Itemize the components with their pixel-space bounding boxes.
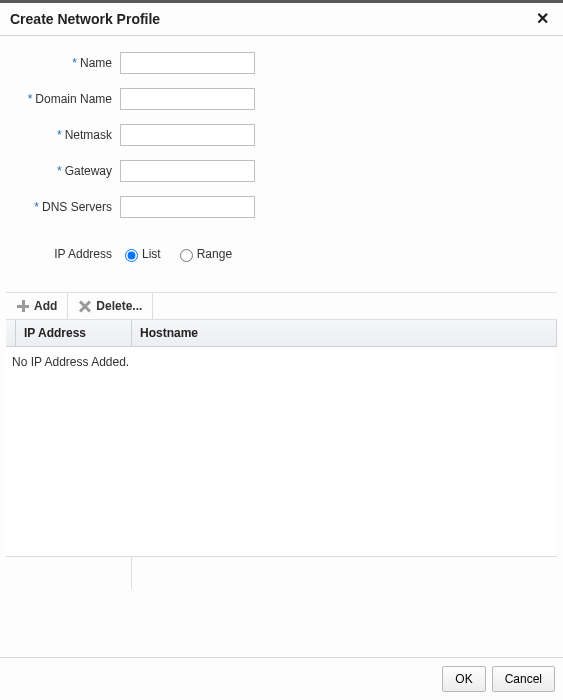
col-ip-address[interactable]: IP Address bbox=[16, 320, 132, 346]
label-dns: *DNS Servers bbox=[10, 200, 120, 214]
row-netmask: *Netmask bbox=[10, 124, 553, 146]
dialog-title: Create Network Profile bbox=[10, 11, 160, 27]
label-name: *Name bbox=[10, 56, 120, 70]
plus-icon bbox=[16, 299, 30, 313]
name-field[interactable] bbox=[120, 52, 255, 74]
label-domain: *Domain Name bbox=[10, 92, 120, 106]
col-handle bbox=[6, 320, 16, 346]
label-netmask: *Netmask bbox=[10, 128, 120, 142]
radio-list-input[interactable] bbox=[125, 249, 138, 262]
radio-range-input[interactable] bbox=[180, 249, 193, 262]
add-button[interactable]: Add bbox=[6, 293, 68, 319]
grid-empty-message: No IP Address Added. bbox=[12, 355, 129, 369]
domain-name-field[interactable] bbox=[120, 88, 255, 110]
cancel-button[interactable]: Cancel bbox=[492, 666, 555, 692]
footer-slot bbox=[6, 557, 132, 589]
gateway-field[interactable] bbox=[120, 160, 255, 182]
titlebar: Create Network Profile ✕ bbox=[0, 3, 563, 36]
form-area: *Name *Domain Name *Netmask *Gateway *DN… bbox=[0, 36, 563, 278]
row-name: *Name bbox=[10, 52, 553, 74]
row-gateway: *Gateway bbox=[10, 160, 553, 182]
grid-footer bbox=[6, 557, 557, 589]
radio-range[interactable]: Range bbox=[175, 246, 232, 262]
label-gateway: *Gateway bbox=[10, 164, 120, 178]
row-ip-mode: IP Address List Range bbox=[10, 246, 553, 262]
grid-header: IP Address Hostname bbox=[6, 320, 557, 347]
button-bar: OK Cancel bbox=[0, 657, 563, 700]
row-dns: *DNS Servers bbox=[10, 196, 553, 218]
ip-table-section: Add Delete... IP Address Hostname No IP … bbox=[6, 292, 557, 589]
grid-body: No IP Address Added. bbox=[6, 347, 557, 557]
netmask-field[interactable] bbox=[120, 124, 255, 146]
dns-servers-field[interactable] bbox=[120, 196, 255, 218]
create-network-profile-dialog: Create Network Profile ✕ *Name *Domain N… bbox=[0, 3, 563, 700]
row-domain: *Domain Name bbox=[10, 88, 553, 110]
radio-list[interactable]: List bbox=[120, 246, 161, 262]
col-hostname[interactable]: Hostname bbox=[132, 320, 557, 346]
table-toolbar: Add Delete... bbox=[6, 293, 557, 320]
ok-button[interactable]: OK bbox=[442, 666, 485, 692]
close-icon[interactable]: ✕ bbox=[534, 11, 551, 27]
x-icon bbox=[78, 299, 92, 313]
delete-button[interactable]: Delete... bbox=[68, 293, 153, 319]
label-ip-address: IP Address bbox=[10, 247, 120, 261]
